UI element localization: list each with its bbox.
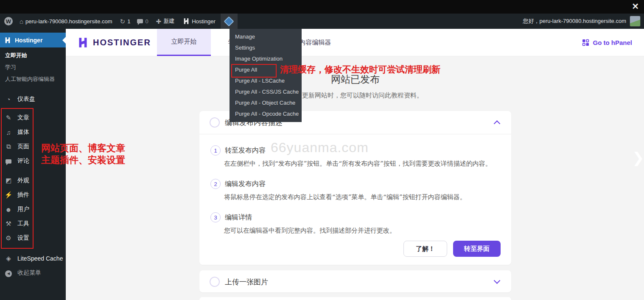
- annotation-box-purge-all: [231, 64, 277, 78]
- comments-icon: [137, 19, 143, 23]
- tab-get-started[interactable]: 立即开始: [157, 29, 211, 56]
- tutorial-card-upload-image: 上传一张图片: [199, 270, 511, 292]
- step-description: 将鼠标悬停在选定的发布内容上以查看“选项”菜单。单击“编辑”按钮打开内容编辑器。: [224, 193, 498, 201]
- hostinger-icon: [4, 37, 11, 44]
- new-content-menu[interactable]: ✚ 新建: [156, 17, 175, 25]
- sidebar-item-label: 收起菜单: [17, 269, 41, 277]
- step-2: 2 编辑发布内容 将鼠标悬停在选定的发布内容上以查看“选项”菜单。单击“编辑”按…: [210, 179, 498, 201]
- sidebar-item-learn[interactable]: 学习: [0, 61, 66, 73]
- sidebar-item-dashboard[interactable]: ◔ 仪表盘: [0, 92, 66, 106]
- step-number-badge: 3: [210, 212, 221, 222]
- site-name: peru-lark-790080.hostingersite.com: [25, 18, 112, 25]
- update-count: 1: [127, 18, 130, 25]
- hpanel-grid-icon: [582, 39, 589, 46]
- annotation-purge-note: 清理缓存，修改不生效时可尝试清理刷新: [280, 64, 440, 75]
- close-icon[interactable]: ✕: [632, 1, 639, 11]
- carousel-next-icon[interactable]: ❯: [632, 149, 644, 166]
- admin-bar-left: W ⌂ peru-lark-790080.hostingersite.com ↻…: [0, 14, 238, 29]
- tutorial-card-edit-description: 编辑发布内容描述 1 转至发布内容 在左侧栏中，找到“发布内容”按钮。单击“所有…: [199, 111, 511, 265]
- go-to-interface-button[interactable]: 转至界面: [453, 241, 501, 257]
- sidebar-item-collapse-menu[interactable]: ◀ 收起菜单: [0, 266, 66, 280]
- annotation-sidebar-note: 网站页面、博客文章 主题插件、安装设置: [41, 142, 125, 166]
- hostinger-label: Hostinger: [192, 18, 216, 25]
- understood-button[interactable]: 了解！: [403, 241, 447, 257]
- card-actions: 了解！ 转至界面: [199, 235, 511, 257]
- hostinger-submenu: 立即开始 学习 人工智能内容编辑器: [0, 50, 66, 85]
- site-link[interactable]: ⌂ peru-lark-790080.hostingersite.com: [20, 18, 112, 25]
- step-title: 编辑详情: [225, 213, 252, 222]
- watermark: 66yuanma.com: [271, 140, 369, 156]
- step-description: 您可以在编辑器中看到完整内容。找到描述部分并进行更改。: [224, 227, 498, 235]
- card-header[interactable]: 上传一张图片: [199, 270, 511, 293]
- sidebar-hostinger-label: Hostinger: [15, 37, 42, 44]
- wp-admin-bar: W ⌂ peru-lark-790080.hostingersite.com ↻…: [0, 14, 644, 29]
- brand-text: HOSTINGER: [93, 38, 151, 47]
- wordpress-logo-icon[interactable]: W: [4, 17, 13, 25]
- step-title: 转至发布内容: [225, 146, 266, 155]
- tutorial-card-partial: [199, 297, 511, 300]
- litespeed-icon: ◈: [4, 255, 13, 262]
- hostinger-logo-icon: [77, 37, 89, 48]
- card-title: 上传一张图片: [225, 277, 268, 287]
- chevron-up-icon[interactable]: [494, 120, 501, 127]
- menu-item-purge-opcode[interactable]: Purge All - Opcode Cache: [230, 108, 302, 119]
- sidebar-item-label: LiteSpeed Cache: [17, 255, 63, 262]
- page-subtitle: 更新网站时，您可以随时访问此教程资料。: [302, 92, 423, 100]
- dashboard-icon: ◔: [4, 96, 13, 103]
- menu-item-purge-object[interactable]: Purge All - Object Cache: [230, 97, 302, 108]
- updates-link[interactable]: ↻ 1: [120, 18, 131, 25]
- go-to-hpanel-button[interactable]: Go to hPanel: [582, 29, 632, 56]
- step-description: 在左侧栏中，找到“发布内容”按钮。单击“所有发布内容”按钮，找到需要更改详情描述…: [224, 160, 498, 168]
- sidebar-item-get-started[interactable]: 立即开始: [0, 50, 66, 61]
- collapse-icon: ◀: [4, 269, 13, 277]
- annotation-line-2: 主题插件、安装设置: [41, 154, 125, 166]
- updates-icon: ↻: [120, 18, 126, 25]
- comment-count: 0: [145, 18, 148, 25]
- avatar[interactable]: [630, 16, 641, 27]
- step-3: 3 编辑详情 您可以在编辑器中看到完整内容。找到描述部分并进行更改。: [210, 212, 498, 235]
- step-number-badge: 2: [210, 179, 221, 189]
- hostinger-icon: [183, 18, 190, 25]
- annotation-line-1: 网站页面、博客文章: [41, 142, 125, 154]
- menu-item-manage[interactable]: Manage: [230, 31, 302, 42]
- todo-circle-icon[interactable]: [210, 117, 220, 128]
- menu-item-purge-css-js[interactable]: Purge All - CSS/JS Cache: [230, 86, 302, 97]
- top-black-bar: ✕: [0, 0, 644, 14]
- hostinger-brand: HOSTINGER: [77, 29, 151, 56]
- admin-bar-right: 您好，peru-lark-790080.hostingersite.com: [523, 14, 641, 29]
- plus-icon: ✚: [156, 18, 162, 25]
- step-number-badge: 1: [210, 145, 221, 156]
- hostinger-adminbar-menu[interactable]: Hostinger: [183, 18, 216, 25]
- hpanel-label: Go to hPanel: [593, 39, 632, 46]
- current-menu-arrow-icon: [59, 37, 66, 44]
- sidebar-item-litespeed-cache[interactable]: ◈ LiteSpeed Cache: [0, 251, 66, 266]
- todo-circle-icon[interactable]: [210, 277, 220, 287]
- menu-item-settings[interactable]: Settings: [230, 42, 302, 53]
- litespeed-adminbar-menu[interactable]: [221, 14, 238, 29]
- sidebar-item-hostinger[interactable]: Hostinger: [0, 33, 66, 47]
- annotation-box-sidebar: [1, 108, 34, 249]
- home-icon: ⌂: [20, 18, 23, 25]
- menu-item-image-optimization[interactable]: Image Optimization: [230, 53, 302, 64]
- sidebar-item-label: 仪表盘: [17, 95, 35, 103]
- screen: ✕ W ⌂ peru-lark-790080.hostingersite.com…: [0, 0, 644, 300]
- litespeed-icon: [224, 16, 234, 26]
- tab-label: 立即开始: [171, 38, 197, 46]
- step-title: 编辑发布内容: [225, 180, 266, 189]
- sidebar-item-ai-editor[interactable]: 人工智能内容编辑器: [0, 73, 66, 85]
- comments-link[interactable]: 0: [137, 18, 148, 25]
- chevron-down-icon[interactable]: [494, 277, 501, 284]
- new-label: 新建: [163, 17, 174, 25]
- plugin-header: HOSTINGER 立即开始 学习 人工智能内容编辑器 Go to hPanel: [66, 29, 644, 56]
- howdy-greeting[interactable]: 您好，peru-lark-790080.hostingersite.com: [523, 17, 627, 25]
